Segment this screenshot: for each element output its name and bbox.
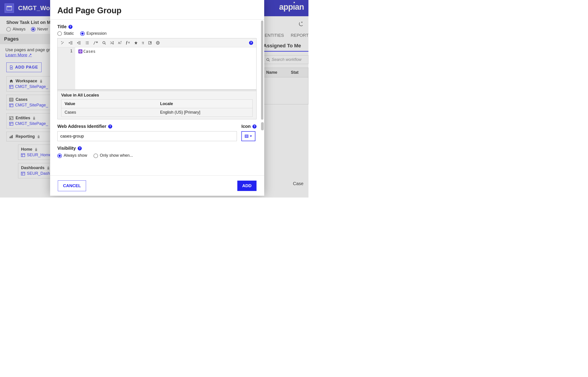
radio-visibility-always[interactable]: Always show bbox=[57, 153, 87, 158]
shuffle-icon[interactable] bbox=[110, 41, 114, 45]
help-icon[interactable]: ? bbox=[249, 41, 253, 45]
help-icon[interactable]: ? bbox=[252, 124, 257, 129]
icon-label: Icon bbox=[241, 124, 251, 129]
svg-rect-20 bbox=[12, 135, 13, 138]
fx-icon[interactable]: ƒ× bbox=[126, 40, 130, 45]
lock-icon bbox=[35, 148, 38, 151]
dialog-title: Add Page Group bbox=[57, 6, 257, 15]
vis-only-label: Only show when... bbox=[100, 153, 133, 158]
refresh-icon[interactable] bbox=[299, 22, 303, 26]
page-title-workspace: Workspace bbox=[16, 79, 37, 83]
locales-value: Cases bbox=[62, 108, 157, 117]
add-page-group-dialog: Add Page Group Title ? Static Expression… bbox=[50, 0, 264, 196]
radio-title-expression[interactable]: Expression bbox=[80, 31, 107, 36]
interface-icon bbox=[9, 85, 13, 89]
document-plus-icon bbox=[10, 65, 13, 70]
help-icon[interactable]: ? bbox=[108, 124, 112, 129]
col-status: Stat bbox=[288, 68, 308, 77]
indent-icon[interactable] bbox=[77, 41, 81, 45]
lock-icon bbox=[33, 116, 36, 120]
translation-icon bbox=[78, 49, 82, 53]
page-title-entities: Entities bbox=[16, 116, 30, 120]
svg-rect-38 bbox=[245, 135, 248, 138]
help-icon[interactable]: ? bbox=[68, 25, 73, 29]
svg-point-12 bbox=[10, 118, 11, 118]
svg-rect-18 bbox=[10, 137, 10, 138]
cancel-button[interactable]: CANCEL bbox=[58, 180, 86, 191]
wai-label: Web Address Identifier bbox=[57, 124, 106, 129]
editor-code[interactable]: Cases bbox=[75, 47, 256, 89]
interface-icon bbox=[9, 104, 13, 107]
page-title-home: Home bbox=[21, 147, 32, 152]
comment-icon[interactable]: /* bbox=[93, 40, 98, 45]
dialog-scrollbar-thumb[interactable] bbox=[261, 122, 264, 130]
pi-icon[interactable]: π bbox=[142, 40, 144, 45]
assigned-to-me-header: Assigned To Me bbox=[263, 43, 308, 52]
pages-desc: Use pages and page gr bbox=[5, 47, 50, 52]
interface-icon bbox=[9, 122, 13, 126]
radio-always[interactable]: Always bbox=[6, 27, 25, 32]
search-workflow-input[interactable]: Search workflow bbox=[263, 55, 308, 64]
svg-point-27 bbox=[267, 59, 269, 61]
tab-entities[interactable]: ENTITIES bbox=[265, 33, 284, 38]
list-icon[interactable] bbox=[85, 41, 89, 45]
radio-title-static[interactable]: Static bbox=[57, 31, 74, 36]
svg-rect-19 bbox=[11, 136, 12, 138]
dialog-scrollbar[interactable] bbox=[261, 21, 263, 120]
page-child-cases: CMGT_SitePage_ bbox=[15, 103, 48, 107]
tab-reporting[interactable]: REPORTING bbox=[291, 33, 308, 38]
svg-rect-8 bbox=[10, 104, 13, 107]
right-pane: ENTITIES REPORTING Assigned To Me Search… bbox=[263, 29, 308, 104]
web-address-identifier-input[interactable] bbox=[57, 131, 237, 141]
radio-expression-label: Expression bbox=[87, 31, 107, 36]
title-label: Title bbox=[57, 24, 67, 29]
search-icon bbox=[266, 58, 270, 61]
x-exclaim-icon[interactable]: x! bbox=[118, 40, 122, 45]
grid-icon bbox=[245, 135, 248, 138]
svg-rect-0 bbox=[10, 85, 13, 88]
locales-heading: Value in All Locales bbox=[58, 91, 256, 99]
radio-visibility-only[interactable]: Only show when... bbox=[93, 153, 133, 158]
svg-line-30 bbox=[105, 44, 106, 44]
add-page-button[interactable]: ADD PAGE bbox=[6, 62, 42, 72]
magic-wand-icon[interactable] bbox=[61, 41, 65, 45]
right-footer-link[interactable]: Case bbox=[293, 181, 303, 186]
grid-icon bbox=[9, 98, 13, 101]
brand-logo: appıan bbox=[279, 2, 304, 12]
chevron-down-icon bbox=[250, 136, 252, 137]
page-title-dashboards: Dashboards bbox=[21, 165, 44, 170]
search-placeholder: Search workflow bbox=[272, 57, 301, 62]
icon-picker[interactable] bbox=[241, 131, 255, 141]
add-button[interactable]: ADD bbox=[237, 181, 257, 191]
home-icon bbox=[9, 79, 13, 83]
radio-never-label: Never bbox=[37, 27, 48, 31]
star-icon[interactable] bbox=[134, 41, 138, 45]
learn-more-link[interactable]: Learn More↗ bbox=[5, 53, 32, 57]
locales-locale: English (US) [Primary] bbox=[157, 108, 252, 117]
help-icon[interactable]: ? bbox=[78, 146, 82, 150]
lock-icon bbox=[47, 166, 50, 170]
globe-icon[interactable] bbox=[156, 41, 160, 45]
svg-line-28 bbox=[269, 60, 270, 61]
page-child-entities: CMGT_SitePage_ bbox=[15, 121, 48, 126]
search-icon[interactable] bbox=[102, 41, 106, 45]
svg-point-29 bbox=[103, 41, 105, 44]
locales-table: Value Locale Cases English (US) [Primary… bbox=[61, 99, 253, 117]
editor-token: Cases bbox=[83, 49, 96, 54]
editor-toolbar: /* x! ƒ× π ? bbox=[58, 38, 256, 47]
outdent-icon[interactable] bbox=[69, 41, 73, 45]
radio-never[interactable]: Never bbox=[31, 27, 48, 32]
bar-chart-icon bbox=[9, 135, 13, 139]
svg-rect-3 bbox=[10, 98, 13, 101]
add-page-label: ADD PAGE bbox=[15, 65, 38, 70]
radio-always-label: Always bbox=[13, 27, 25, 31]
lock-icon bbox=[39, 79, 43, 83]
locales-col-value: Value bbox=[62, 100, 157, 108]
expression-editor[interactable]: /* x! ƒ× π ? 1 Cases bbox=[57, 38, 257, 119]
visibility-label: Visibility bbox=[57, 146, 76, 151]
page-title-reporting: Reporting bbox=[16, 134, 35, 139]
export-icon[interactable] bbox=[148, 41, 152, 45]
vis-always-label: Always show bbox=[64, 153, 87, 158]
editor-resize-handle[interactable] bbox=[58, 89, 256, 91]
table-body bbox=[263, 77, 308, 104]
